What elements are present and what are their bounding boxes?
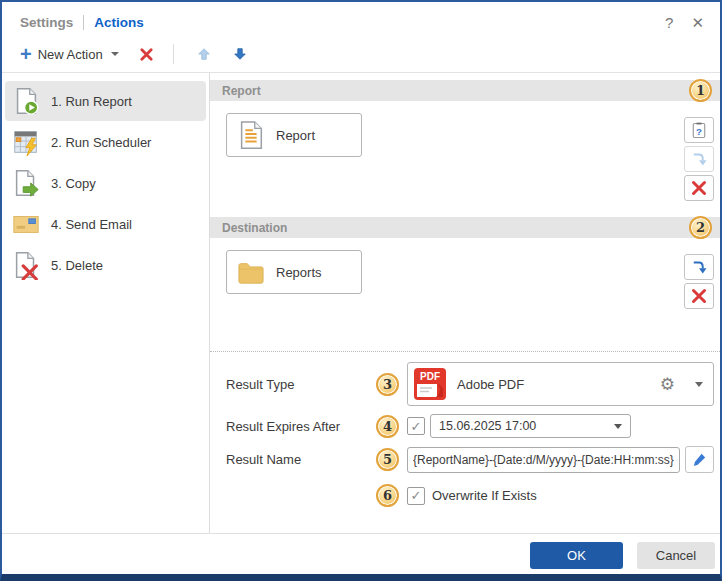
result-name-input[interactable] [407, 447, 680, 473]
title-bar: Settings Actions ? ✕ [2, 2, 720, 36]
overwrite-checkbox[interactable]: ✓ [407, 487, 425, 505]
arrow-up-icon [197, 47, 211, 61]
help-icon[interactable]: ? [665, 15, 673, 30]
action-item-label: 3. Copy [51, 176, 96, 191]
parameters-question-icon: ? [690, 121, 708, 140]
edit-result-name-button[interactable] [685, 446, 714, 473]
document-copy-icon [11, 168, 41, 198]
cancel-button[interactable]: Cancel [637, 542, 715, 569]
step-badge-5: 5 [376, 448, 399, 471]
action-item-run-scheduler[interactable]: 2. Run Scheduler [5, 122, 206, 162]
actions-dialog: Settings Actions ? ✕ + New Action [0, 0, 722, 581]
tab-actions[interactable]: Actions [94, 15, 144, 30]
destination-section-header: Destination 2 [210, 217, 720, 238]
result-type-label: Result Type [226, 377, 376, 392]
toolbar-divider [173, 44, 174, 64]
red-x-icon [139, 47, 154, 62]
svg-text:?: ? [696, 126, 702, 137]
envelope-icon [11, 209, 41, 239]
red-x-icon [691, 288, 707, 304]
action-item-delete[interactable]: 5. Delete [5, 245, 206, 285]
result-name-row: Result Name 5 [226, 446, 714, 473]
red-x-icon [691, 180, 707, 196]
ok-button[interactable]: OK [530, 542, 623, 569]
step-badge-1: 1 [689, 79, 712, 102]
move-up-button[interactable] [190, 41, 218, 67]
report-section-title: Report [222, 84, 261, 98]
result-expires-datetime-dropdown[interactable]: 15.06.2025 17:00 [430, 414, 631, 438]
toolbar: + New Action [2, 36, 720, 73]
action-list: 1. Run Report 2. Run Scheduler [2, 73, 210, 533]
document-play-icon [11, 86, 41, 116]
result-expires-value: 15.06.2025 17:00 [439, 419, 536, 433]
step-badge-4: 4 [376, 415, 399, 438]
assign-down-arrow-icon [690, 258, 708, 276]
result-expires-label: Result Expires After [226, 419, 376, 434]
result-expires-row: Result Expires After 4 ✓ 15.06.2025 17:0… [226, 414, 714, 438]
document-delete-icon [11, 250, 41, 280]
choose-destination-button[interactable] [684, 254, 714, 280]
assign-down-arrow-icon [690, 150, 708, 168]
pencil-icon [691, 451, 708, 468]
folder-icon [236, 259, 266, 285]
remove-report-button[interactable] [684, 175, 714, 201]
report-section-content: Report ? [210, 101, 720, 210]
report-item[interactable]: Report [226, 113, 362, 157]
dialog-footer: OK Cancel [2, 533, 720, 574]
step-badge-3: 3 [376, 373, 399, 396]
destination-section-content: Reports [210, 238, 720, 352]
action-item-label: 4. Send Email [51, 217, 132, 232]
pdf-icon: PDF [413, 367, 447, 401]
new-action-button[interactable]: + New Action [14, 43, 125, 66]
destination-section-title: Destination [222, 221, 287, 235]
new-action-label: New Action [38, 47, 103, 62]
gear-icon[interactable]: ⚙ [660, 374, 675, 394]
action-item-label: 1. Run Report [51, 94, 132, 109]
result-type-dropdown[interactable]: PDF Adobe PDF ⚙ [407, 362, 714, 406]
action-item-copy[interactable]: 3. Copy [5, 163, 206, 203]
arrow-down-icon [233, 47, 247, 61]
report-item-label: Report [276, 128, 315, 143]
destination-item-label: Reports [276, 265, 322, 280]
chevron-down-icon [614, 424, 622, 429]
action-item-run-report[interactable]: 1. Run Report [5, 81, 206, 121]
edit-parameters-button[interactable]: ? [684, 117, 714, 143]
remove-destination-button[interactable] [684, 283, 714, 309]
action-item-label: 2. Run Scheduler [51, 135, 151, 150]
delete-action-button[interactable] [133, 41, 161, 67]
move-down-button[interactable] [226, 41, 254, 67]
result-form: Result Type 3 PDF Adobe PDF ⚙ [210, 352, 720, 515]
tab-separator [83, 15, 84, 30]
step-badge-2: 2 [689, 216, 712, 239]
plus-icon: + [20, 47, 32, 61]
close-icon[interactable]: ✕ [691, 15, 704, 30]
svg-text:PDF: PDF [420, 371, 440, 382]
tab-settings[interactable]: Settings [20, 15, 73, 30]
report-document-icon [236, 119, 266, 151]
action-item-send-email[interactable]: 4. Send Email [5, 204, 206, 244]
choose-report-button[interactable] [684, 146, 714, 172]
result-type-row: Result Type 3 PDF Adobe PDF ⚙ [226, 362, 714, 406]
chevron-down-icon [111, 52, 119, 56]
step-badge-6: 6 [376, 484, 399, 507]
action-item-label: 5. Delete [51, 258, 103, 273]
dialog-body: 1. Run Report 2. Run Scheduler [2, 73, 720, 533]
action-detail-panel: Report 1 Report [210, 73, 720, 533]
result-type-value: Adobe PDF [457, 377, 524, 392]
scheduler-lightning-icon [11, 127, 41, 157]
destination-item[interactable]: Reports [226, 250, 362, 294]
result-expires-checkbox[interactable]: ✓ [407, 417, 425, 435]
chevron-down-icon [695, 382, 703, 387]
overwrite-label: Overwrite If Exists [432, 488, 537, 503]
report-section-header: Report 1 [210, 80, 720, 101]
result-name-label: Result Name [226, 452, 376, 467]
overwrite-row: 6 ✓ Overwrite If Exists [226, 484, 714, 507]
